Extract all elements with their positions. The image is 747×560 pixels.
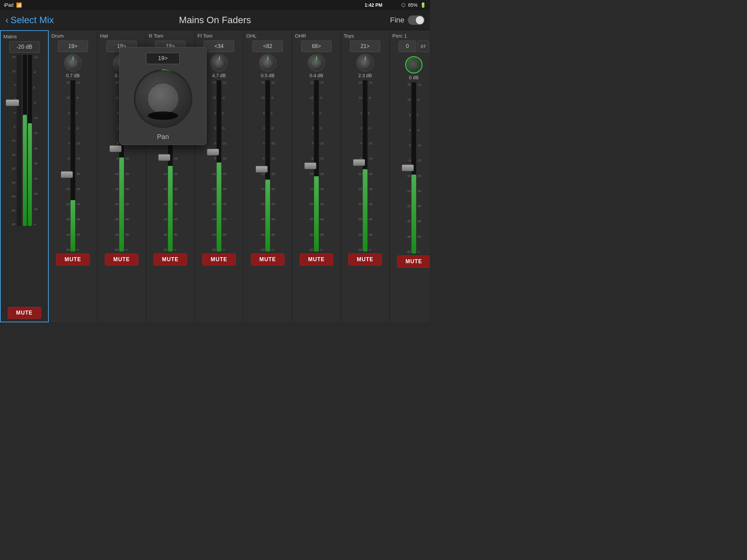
channel-name-mains: Mains	[2, 33, 17, 39]
drum-mute-button[interactable]: MUTE	[56, 254, 90, 266]
r-tom-level-fill	[168, 166, 173, 251]
toys-db-label: 2.3 dB	[358, 73, 372, 78]
mains-level-right	[28, 55, 32, 226]
toys-mute-button[interactable]: MUTE	[348, 254, 382, 266]
perc1-fader-area: 2015930 -5-10-15-20 -30-40-60 -12-60-5-1…	[391, 82, 430, 254]
fl-tom-send-value[interactable]: <34	[204, 41, 234, 52]
mains-mute-button[interactable]: MUTE	[8, 307, 41, 319]
hat-mute-button[interactable]: MUTE	[105, 254, 138, 266]
toys-scale-right: -12-60-5-10 -15-20-30-40-60-90-∞	[368, 80, 374, 251]
mains-fader-handle[interactable]	[6, 99, 19, 106]
ohl-scale-right: -12-60-5-10 -15-20-30-40-60-90-∞	[271, 80, 277, 251]
toys-level-fill	[363, 169, 367, 251]
ohr-send-value[interactable]: 68>	[301, 41, 332, 52]
ohl-fader-area: 2015930 -5-10-15-20 -30-40-60 -12-60-5-1…	[245, 80, 290, 251]
perc1-st-badge: ST	[417, 41, 429, 52]
toys-fader-track[interactable]	[363, 80, 367, 251]
channel-strip-toys: Toys 21> 2.3 dB 2015930 -5-10-15-20 -30-…	[341, 30, 390, 322]
status-bar: iPad 📶 1:42 PM ⬡ 85% 🔋	[0, 0, 430, 10]
channel-name-hat: Hat	[99, 33, 108, 38]
fl-tom-fader-track[interactable]	[217, 80, 221, 251]
perc1-level-fill	[411, 175, 416, 254]
perc1-knob-inner	[409, 60, 418, 70]
drum-level	[71, 80, 75, 251]
ohl-level-fill	[265, 180, 270, 251]
mains-scale-right: -12-60-5-10 -15-20-30-40-60-90-∞	[33, 55, 39, 226]
ohr-fader-track[interactable]	[314, 80, 319, 251]
drum-level-fill	[71, 200, 75, 251]
hat-level-fill	[119, 157, 124, 252]
mains-level-fill-left	[23, 115, 27, 226]
pan-bottom-shadow	[148, 111, 178, 120]
ohl-db-label: 0.5 dB	[261, 73, 275, 78]
ohl-knob[interactable]	[259, 54, 277, 72]
channel-strip-perc1: Perc 1 0 ST 0 dB 2015930 -5-10-15-20 -30…	[390, 30, 430, 322]
mains-fader-track[interactable]	[17, 55, 22, 226]
toys-fader-area: 2015930 -5-10-15-20 -30-40-60 -12-60-5-1…	[342, 80, 388, 251]
fl-tom-level-fill	[217, 162, 221, 251]
drum-db-label: 0.7 dB	[66, 73, 80, 78]
mains-level-fill-right	[28, 123, 32, 226]
ohr-mute-button[interactable]: MUTE	[300, 254, 333, 266]
toys-fader-handle[interactable]	[353, 159, 365, 166]
channel-name-perc1: Perc 1	[391, 33, 407, 38]
mains-db-value[interactable]: -20 dB	[9, 41, 40, 53]
ohr-db-label: 0.4 dB	[310, 73, 323, 78]
status-right: ⬡ 85% 🔋	[402, 2, 426, 8]
back-chevron-icon: ‹	[5, 15, 8, 26]
fl-tom-knob[interactable]	[210, 54, 228, 72]
ohr-knob[interactable]	[308, 54, 325, 72]
toys-send-value[interactable]: 21>	[350, 41, 380, 52]
r-tom-fader-handle[interactable]	[158, 154, 170, 161]
channel-strip-r-tom: R Tom 19> 3.9 dB 2015930 -5-10-15-20 -30…	[146, 30, 195, 322]
r-tom-mute-button[interactable]: MUTE	[154, 254, 187, 266]
drum-send-value[interactable]: 19>	[58, 41, 88, 52]
perc1-knob[interactable]	[405, 56, 422, 74]
ohl-send-value[interactable]: <82	[253, 41, 283, 52]
perc1-mute-button[interactable]: MUTE	[397, 256, 430, 268]
perc1-db-label: 0 dB	[409, 75, 419, 80]
channel-name-ohr: OHR	[293, 33, 306, 38]
channel-strip-ohl: OHL <82 0.5 dB 2015930 -5-10-15-20 -30-4…	[243, 30, 292, 322]
ohl-fader-handle[interactable]	[256, 166, 268, 172]
channel-name-toys: Toys	[342, 33, 354, 38]
toys-knob-outer	[356, 54, 374, 72]
hat-fader-handle[interactable]	[109, 145, 122, 152]
toys-scale-left: 2015930 -5-10-15-20 -30-40-60	[356, 80, 362, 251]
channel-name-r-tom: R Tom	[148, 33, 163, 38]
pan-popup-label: Pan	[157, 133, 169, 141]
page-title: Mains On Faders	[179, 15, 251, 26]
fl-tom-mute-button[interactable]: MUTE	[202, 254, 236, 266]
perc1-fader-track[interactable]	[411, 82, 416, 254]
fine-toggle[interactable]	[408, 16, 424, 25]
channel-strip-mains: Mains -20 dB 2015930 -5-10-15-20 -30-40-…	[0, 30, 49, 322]
fl-tom-fader-handle[interactable]	[207, 149, 219, 156]
ohr-fader-area: 2015930 -5-10-15-20 -30-40-60 -12-60-5-1…	[293, 80, 339, 251]
ohl-mute-button[interactable]: MUTE	[251, 254, 284, 266]
toys-level	[363, 80, 367, 251]
toys-knob[interactable]	[356, 54, 374, 72]
ohr-fader-handle[interactable]	[304, 162, 316, 169]
drum-knob[interactable]	[64, 54, 82, 72]
battery-label: 85%	[408, 2, 417, 8]
fine-label: Fine	[390, 16, 405, 25]
select-mix-button[interactable]: ‹ Select Mix	[5, 15, 54, 26]
drum-fader-track[interactable]	[71, 80, 75, 251]
channel-name-ohl: OHL	[245, 33, 257, 38]
ohl-fader-track[interactable]	[265, 80, 270, 251]
mixer-area: Mains -20 dB 2015930 -5-10-15-20 -30-40-…	[0, 30, 430, 322]
mains-scale-left: 2015930 -5-10-15-20 -30-40-60-90	[9, 55, 16, 226]
pan-popup[interactable]: 19> Pan	[119, 47, 207, 145]
drum-fader-handle[interactable]	[61, 171, 73, 178]
ohl-knob-indicator	[267, 56, 269, 60]
perc1-fader-handle[interactable]	[402, 164, 414, 171]
status-left: iPad 📶	[4, 2, 22, 8]
fl-tom-db-label: 4.7 dB	[212, 73, 226, 78]
pan-knob-large-container[interactable]	[132, 68, 194, 130]
perc1-send-value[interactable]: 0	[399, 41, 416, 52]
ipad-label: iPad	[4, 2, 14, 8]
drum-fader-area: 2015930 -5-10-15-20 -30-40-60 -12-60-5-1…	[50, 80, 96, 251]
fine-control: Fine	[390, 16, 424, 25]
mains-fader-section: 2015930 -5-10-15-20 -30-40-60-90	[2, 55, 47, 303]
pan-knob-body	[135, 70, 191, 127]
